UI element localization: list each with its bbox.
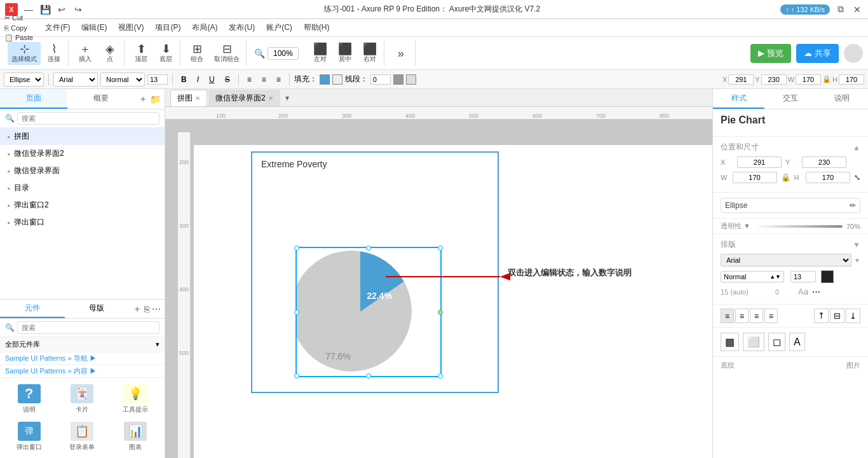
y-value-input[interactable] — [802, 156, 846, 168]
tab-pages[interactable]: 页面 — [0, 89, 67, 109]
tab-style[interactable]: 样式 — [713, 89, 764, 109]
save-icon[interactable]: 💾 — [39, 4, 51, 15]
page-item-wechat2[interactable]: ▪ 微信登录界面2 — [0, 145, 165, 162]
text-color-button[interactable]: A — [789, 333, 805, 351]
handle-mr[interactable] — [438, 310, 443, 315]
top-layer-button[interactable]: ⬆ 顶层 — [130, 42, 153, 65]
menu-file[interactable]: 文件(F) — [40, 20, 75, 35]
handle-ml[interactable] — [294, 310, 299, 315]
select-mode-button[interactable]: ⊹ 选择模式 — [8, 42, 41, 65]
handle-tc[interactable] — [366, 246, 371, 251]
shadow-button[interactable]: ⬜ — [743, 333, 764, 351]
valign-mid[interactable]: ⊟ — [830, 309, 844, 323]
w-value-input[interactable] — [733, 172, 777, 183]
more-button[interactable]: » — [390, 46, 412, 60]
library-link2[interactable]: Sample UI Patterns » 内容 ▶ — [0, 365, 165, 378]
right-align-button[interactable]: ⬛ 右对 — [358, 42, 381, 65]
comp-item-tooltip[interactable]: 💡 工具提示 — [110, 382, 161, 417]
menu-layout[interactable]: 布局(A) — [187, 20, 222, 35]
w-input[interactable] — [796, 74, 821, 85]
text-align-right[interactable]: ≡ — [750, 309, 763, 323]
handle-br[interactable] — [438, 373, 443, 378]
shape-selector[interactable]: Ellipse ✏ — [721, 198, 860, 213]
canvas-tab-wechat2[interactable]: 微信登录界面2 ✕ — [208, 90, 280, 106]
comp-more-button[interactable]: ⋯ — [152, 304, 161, 314]
text-options-button[interactable]: ⋯ — [812, 287, 820, 296]
tab-interact[interactable]: 交互 — [764, 89, 816, 109]
font-color-box[interactable] — [821, 270, 834, 283]
h-value-input[interactable] — [806, 172, 850, 183]
align-left-button[interactable]: ≡ — [243, 73, 255, 86]
align-center-button[interactable]: ≡ — [258, 73, 270, 86]
canvas-content[interactable]: 200 300 400 500 Extreme Poverty — [178, 132, 712, 458]
chart-frame[interactable]: Extreme Poverty — [251, 151, 499, 393]
font-style-select[interactable]: Normal ▲▼ — [721, 271, 784, 282]
bold-button[interactable]: B — [177, 73, 191, 86]
text-align-left[interactable]: ≡ — [721, 309, 734, 323]
menu-publish[interactable]: 发布(U) — [224, 20, 260, 35]
font-name-select[interactable]: Arial — [721, 254, 851, 267]
center-align-button[interactable]: ⬛ 居中 — [334, 42, 356, 65]
preview-button[interactable]: ▶ 预览 — [750, 44, 791, 63]
page-item-pie[interactable]: ▪ 拼图 — [0, 128, 165, 145]
menu-view[interactable]: 视图(V) — [113, 20, 149, 35]
redo-icon[interactable]: ↪ — [72, 4, 84, 15]
undo-icon[interactable]: ↩ — [56, 4, 67, 15]
italic-button[interactable]: I — [193, 73, 203, 86]
line-width-input[interactable] — [370, 74, 391, 85]
shape-select[interactable]: Ellipse — [4, 73, 44, 87]
menu-help[interactable]: 帮助(H) — [299, 20, 335, 35]
copy-button[interactable]: ⎘ Copy — [3, 24, 35, 32]
connect-button[interactable]: ⌇ 连接 — [43, 42, 65, 65]
strikethrough-button[interactable]: S — [221, 73, 234, 86]
valign-bot[interactable]: ⤓ — [846, 309, 860, 323]
break-combine-button[interactable]: ⊟ 取消组合 — [210, 42, 243, 65]
text-align-justify[interactable]: ≡ — [764, 309, 778, 323]
line-color-box[interactable] — [393, 74, 403, 85]
handle-bc[interactable] — [366, 373, 371, 378]
point-button[interactable]: ◈ 点 — [98, 42, 121, 65]
page-item-wechat[interactable]: ▪ 微信登录界面 — [0, 162, 165, 179]
restore-icon[interactable]: ⧉ — [835, 4, 846, 15]
tabs-more-button[interactable]: ▾ — [281, 91, 293, 105]
combine-button[interactable]: ⊞ 组合 — [186, 42, 208, 65]
comp-copy-button[interactable]: ⎘ — [144, 304, 149, 314]
valign-top[interactable]: ⤒ — [814, 309, 829, 323]
comp-item-chart[interactable]: 📊 图表 — [110, 419, 161, 454]
comp-item-popup[interactable]: 弹 弹出窗口 — [4, 419, 55, 454]
stepper-up[interactable]: ▲▼ — [770, 274, 781, 280]
menu-project[interactable]: 项目(P) — [150, 20, 186, 35]
page-item-popup2[interactable]: ▪ 弹出窗口2 — [0, 197, 165, 214]
add-component-button[interactable]: ＋ — [133, 303, 142, 315]
tab-outline[interactable]: 概要 — [67, 89, 135, 109]
x-input[interactable] — [728, 74, 754, 85]
selection-box[interactable] — [295, 247, 442, 377]
font-size-input[interactable] — [147, 74, 168, 85]
close-icon[interactable]: ✕ — [851, 4, 863, 15]
align-right-button[interactable]: ≡ — [273, 73, 285, 86]
fill-color-box2[interactable] — [332, 74, 342, 85]
add-page-button[interactable]: ＋ — [139, 94, 147, 105]
add-folder-button[interactable]: 📁 — [150, 94, 161, 104]
font-style-select[interactable]: Normal — [100, 73, 145, 87]
resize-icon[interactable]: ⤡ — [854, 173, 860, 182]
font-size-input[interactable] — [790, 271, 816, 282]
design-canvas[interactable]: Extreme Poverty — [194, 145, 712, 458]
border-button[interactable]: ◻ — [768, 333, 785, 351]
page-item-catalog[interactable]: ▪ 目录 — [0, 179, 165, 197]
y-input[interactable] — [761, 74, 787, 85]
close-tab-icon[interactable]: ✕ — [268, 95, 273, 102]
canvas-tab-pie[interactable]: 拼图 ✕ — [170, 90, 207, 106]
font-select[interactable]: Arial — [53, 73, 98, 87]
bottom-layer-button[interactable]: ⬇ 底层 — [154, 42, 177, 65]
insert-button[interactable]: ＋ 插入 — [74, 42, 97, 65]
text-align-center[interactable]: ≡ — [735, 309, 749, 323]
library-link1[interactable]: Sample UI Patterns » 导航 ▶ — [0, 352, 165, 365]
close-tab-icon[interactable]: ✕ — [195, 95, 200, 102]
h-input[interactable] — [839, 74, 864, 85]
underline-button[interactable]: U — [205, 73, 219, 86]
comp-item-login[interactable]: 📋 登录表单 — [57, 419, 108, 454]
tab-notes[interactable]: 说明 — [817, 89, 868, 109]
comp-item-card[interactable]: 🃏 卡片 — [57, 382, 108, 417]
tab-components[interactable]: 元件 — [0, 300, 65, 318]
